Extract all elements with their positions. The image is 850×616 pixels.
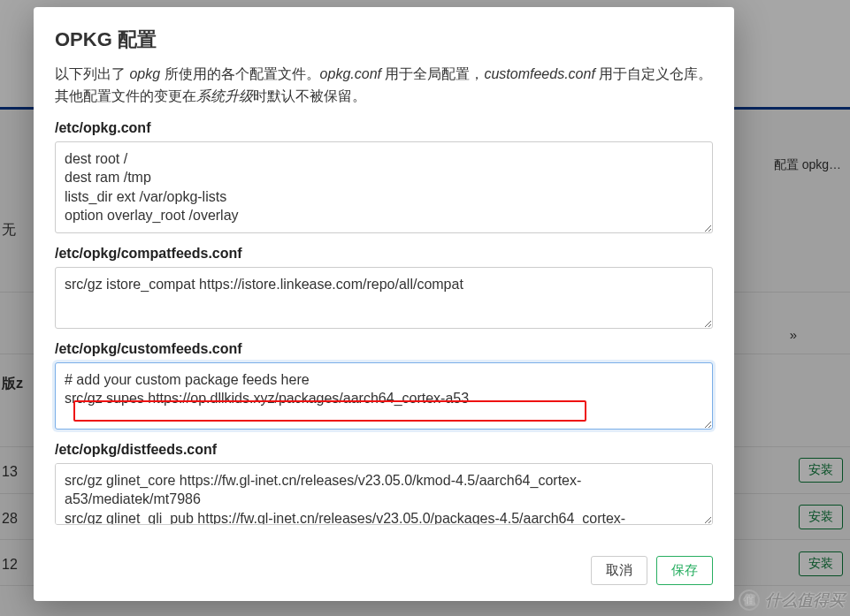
desc-em: 系统升级 <box>196 88 253 103</box>
distfeeds-label: /etc/opkg/distfeeds.conf <box>55 442 713 458</box>
opkg-conf-textarea[interactable] <box>55 141 713 233</box>
compatfeeds-label: /etc/opkg/compatfeeds.conf <box>55 246 713 262</box>
customfeeds-textarea[interactable] <box>55 362 713 430</box>
cancel-button[interactable]: 取消 <box>591 556 647 585</box>
modal-title: OPKG 配置 <box>55 27 713 53</box>
modal-footer: 取消 保存 <box>55 547 713 585</box>
desc-em: opkg <box>129 66 160 81</box>
watermark-icon: 值 <box>739 589 760 611</box>
desc-em: opkg.conf <box>320 66 381 81</box>
opkg-conf-label: /etc/opkg.conf <box>55 120 713 136</box>
distfeeds-section: /etc/opkg/distfeeds.conf <box>55 442 713 529</box>
watermark-text: 什么值得买 <box>765 589 845 611</box>
desc-text: 用于全局配置， <box>381 66 484 81</box>
watermark: 值 什么值得买 <box>739 589 845 611</box>
customfeeds-label: /etc/opkg/customfeeds.conf <box>55 341 713 357</box>
save-button[interactable]: 保存 <box>656 556 713 585</box>
opkg-config-modal: OPKG 配置 以下列出了 opkg 所使用的各个配置文件。opkg.conf … <box>34 7 734 601</box>
customfeeds-section: /etc/opkg/customfeeds.conf <box>55 341 713 433</box>
desc-text: 所使用的各个配置文件。 <box>160 66 319 81</box>
opkg-conf-section: /etc/opkg.conf <box>55 120 713 237</box>
compatfeeds-textarea[interactable] <box>55 267 713 329</box>
desc-text: 以下列出了 <box>55 66 129 81</box>
modal-description: 以下列出了 opkg 所使用的各个配置文件。opkg.conf 用于全局配置，c… <box>55 64 713 108</box>
desc-em: customfeeds.conf <box>484 66 594 81</box>
compatfeeds-section: /etc/opkg/compatfeeds.conf <box>55 246 713 332</box>
distfeeds-textarea[interactable] <box>55 463 713 525</box>
desc-text: 时默认不被保留。 <box>253 88 366 103</box>
